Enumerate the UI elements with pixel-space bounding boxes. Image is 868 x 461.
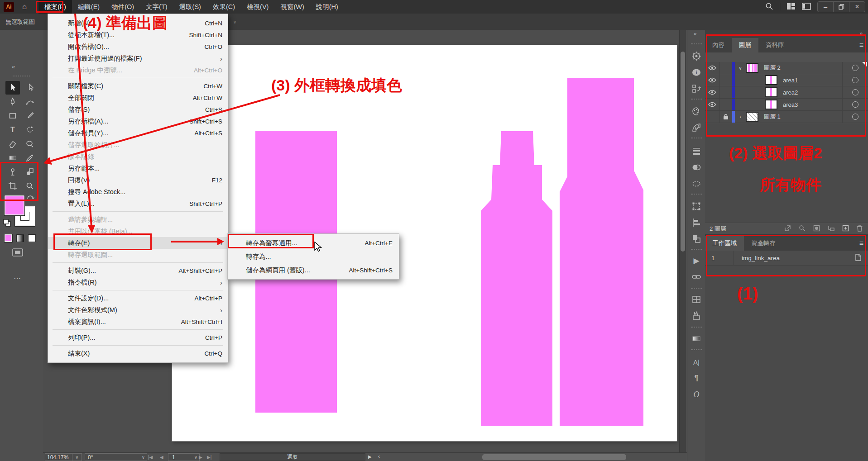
links-icon[interactable] [691, 271, 702, 282]
gradient-panel-icon[interactable] [691, 333, 702, 344]
artboard-navigation-field[interactable]: 1 ∨ [168, 453, 200, 461]
default-fill-stroke-icon[interactable] [3, 219, 11, 228]
menu-item-open-recent[interactable]: 打開最近使用過的檔案(F)› [48, 52, 228, 64]
expand-panels-icon[interactable]: « [694, 31, 697, 37]
menu-item-print[interactable]: 列印(P)...Ctrl+P [48, 332, 228, 343]
menu-item-save-for-web[interactable]: 儲存為網頁用 (舊版)...Alt+Shift+Ctrl+S [228, 263, 399, 277]
gradient-button[interactable] [16, 234, 24, 242]
type-tool[interactable]: T [5, 123, 20, 137]
rotate-tool[interactable] [23, 123, 37, 137]
menu-item-package[interactable]: 封裝(G)...Alt+Shift+Ctrl+P [48, 265, 228, 276]
menu-item-open[interactable]: 開啟舊檔(O)...Ctrl+O [48, 41, 228, 52]
tools-grip[interactable] [13, 76, 30, 76]
none-button[interactable] [28, 234, 36, 242]
info-icon[interactable]: i [691, 67, 702, 78]
shape-area3-bottle-large[interactable] [560, 78, 643, 426]
opentype-panel-icon[interactable]: O [691, 389, 702, 400]
more-tools-icon[interactable]: ⋯ [14, 274, 21, 283]
artboards-panel-icon[interactable] [691, 294, 702, 305]
align-icon[interactable] [691, 217, 702, 228]
menu-item-search-adobe-stock[interactable]: 搜尋 Adobe Stock... [48, 186, 228, 198]
menubar-type[interactable]: 文字(T) [140, 0, 173, 14]
close-button[interactable]: × [849, 2, 865, 12]
direct-selection-tool[interactable] [23, 81, 37, 95]
strip-grip[interactable] [691, 138, 702, 138]
horizontal-scrollbar[interactable] [341, 453, 679, 461]
vertical-scrollbar-thumb[interactable] [681, 52, 685, 252]
horizontal-scrollbar-thumb[interactable] [482, 454, 626, 460]
menu-item-close-all[interactable]: 全部關閉Alt+Ctrl+W [48, 92, 228, 104]
menubar-window[interactable]: 視窗(W) [274, 0, 310, 14]
menu-item-export-as[interactable]: 轉存為... [228, 250, 399, 263]
home-icon[interactable]: ⌂ [22, 2, 27, 11]
strip-grip[interactable] [691, 99, 702, 100]
vertical-scrollbar[interactable] [679, 30, 686, 452]
menu-item-file-info[interactable]: 檔案資訊(I)...Alt+Shift+Ctrl+I [48, 316, 228, 328]
delete-layer-icon[interactable] [857, 225, 863, 233]
menu-item-place[interactable]: 置入(L)...Shift+Ctrl+P [48, 198, 228, 209]
collapse-tools-icon[interactable]: « [12, 63, 15, 70]
paragraph-panel-icon[interactable]: ¶ [691, 373, 702, 384]
menu-item-document-color-mode[interactable]: 文件色彩模式(M)› [48, 304, 228, 316]
actions-icon[interactable]: ▶ [691, 255, 702, 266]
menu-item-scripts[interactable]: 指令檔(R)› [48, 276, 228, 288]
color-palette-icon[interactable] [691, 106, 702, 117]
strip-grip[interactable] [691, 43, 702, 44]
previous-artboard-button[interactable]: ◀ [160, 455, 163, 460]
app-logo[interactable]: Ai [4, 2, 14, 12]
menu-item-save-as-template[interactable]: 另存範本... [48, 162, 228, 174]
menu-item-exit[interactable]: 結束(X)Ctrl+Q [48, 347, 228, 359]
arrange-documents-icon[interactable] [802, 3, 811, 11]
first-artboard-button[interactable]: |◀ [148, 455, 153, 460]
menu-item-revert[interactable]: 回復(V)F12 [48, 174, 228, 186]
new-layer-icon[interactable] [842, 225, 849, 233]
curvature-tool[interactable] [23, 95, 37, 109]
menubar-object[interactable]: 物件(O) [106, 0, 140, 14]
strip-grip[interactable] [691, 327, 702, 328]
menubar-effect[interactable]: 效果(C) [207, 0, 241, 14]
eraser-tool[interactable] [5, 137, 20, 151]
menubar-select[interactable]: 選取(S) [173, 0, 207, 14]
asset-export-icon[interactable] [691, 310, 702, 321]
make-mask-icon[interactable] [813, 225, 820, 233]
menu-item-document-setup[interactable]: 文件設定(D)...Alt+Ctrl+P [48, 292, 228, 304]
menubar-edit[interactable]: 編輯(E) [72, 0, 106, 14]
stroke-panel-icon[interactable] [691, 146, 702, 157]
last-artboard-button[interactable]: ▶| [207, 455, 211, 460]
selection-tool[interactable] [5, 81, 20, 95]
history-icon[interactable] [691, 83, 702, 94]
rotation-field[interactable]: 0° ∨ [85, 453, 147, 461]
strip-grip[interactable] [691, 249, 702, 250]
zoom-level-field[interactable]: 104.17% [45, 453, 74, 461]
menubar-help[interactable]: 說明(H) [310, 0, 344, 14]
color-button[interactable] [5, 234, 12, 242]
new-sublayer-icon[interactable] [828, 225, 834, 233]
pathfinder-icon[interactable] [691, 233, 702, 244]
transform-icon[interactable] [691, 201, 702, 212]
strip-grip[interactable] [691, 288, 702, 289]
restore-button[interactable] [833, 2, 849, 12]
pen-tool[interactable] [5, 95, 20, 109]
color-wheel-icon[interactable] [691, 51, 702, 62]
zoom-dropdown-button[interactable]: ∨ [72, 453, 82, 461]
collect-for-export-icon[interactable] [784, 225, 791, 233]
strip-grip[interactable] [691, 349, 702, 350]
fill-chevron-icon[interactable]: ∨ [233, 19, 236, 24]
transparency-icon[interactable] [691, 162, 702, 173]
workspace-layout-icon[interactable] [786, 3, 796, 11]
menu-item-save-as[interactable]: 另存新檔(A)...Shift+Ctrl+S [48, 115, 228, 127]
shape-area2-bottle-small[interactable] [481, 131, 552, 426]
menu-item-close[interactable]: 關閉檔案(C)Ctrl+W [48, 80, 228, 92]
search-icon[interactable] [765, 2, 773, 12]
paintbrush-tool[interactable] [23, 109, 37, 123]
strip-grip[interactable] [691, 194, 702, 195]
character-panel-icon[interactable]: A| [691, 356, 702, 367]
rectangle-tool[interactable] [5, 109, 20, 123]
color-guide-icon[interactable] [691, 122, 702, 133]
drawing-modes-icon[interactable] [11, 247, 24, 260]
menu-item-save-a-copy[interactable]: 儲存拷貝(Y)...Alt+Ctrl+S [48, 127, 228, 139]
locate-object-icon[interactable] [799, 225, 806, 233]
selection-options-icon[interactable] [691, 178, 702, 189]
menu-item-save[interactable]: 儲存(S)Ctrl+S [48, 104, 228, 115]
minimize-button[interactable]: – [818, 2, 833, 12]
